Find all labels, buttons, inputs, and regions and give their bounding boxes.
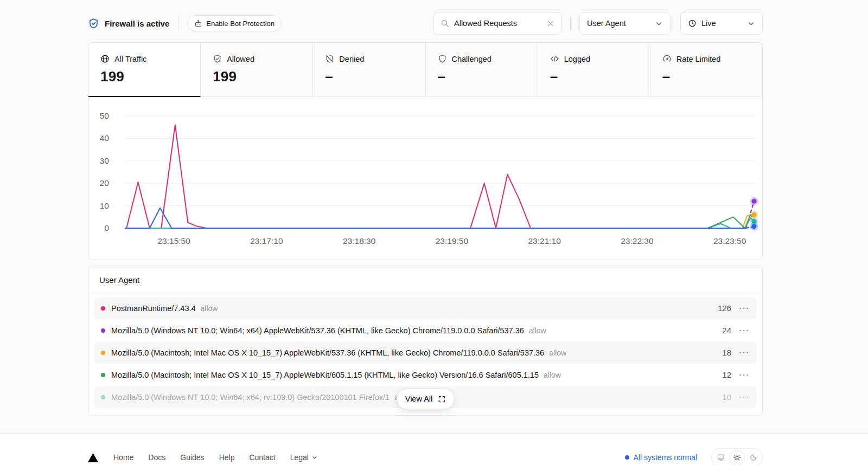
- tab-challenged[interactable]: Challenged –: [426, 43, 538, 97]
- table-row[interactable]: Mozilla/5.0 (Macintosh; Intel Mac OS X 1…: [94, 341, 757, 364]
- group-by-select[interactable]: User Agent: [579, 12, 671, 35]
- tab-label: Denied: [339, 55, 364, 63]
- live-dot-baseline-allowed: [752, 224, 757, 229]
- search-icon: [441, 19, 449, 28]
- action-badge: allow: [201, 304, 218, 313]
- series-color-dot: [101, 395, 105, 399]
- footer-link-legal[interactable]: Legal: [290, 453, 318, 462]
- footer-link-guides[interactable]: Guides: [180, 453, 204, 462]
- gauge-icon: [662, 54, 672, 63]
- footer-links: Home Docs Guides Help Contact Legal: [113, 453, 318, 462]
- row-menu-button[interactable]: ···: [731, 370, 750, 379]
- tab-label: Allowed: [227, 55, 254, 63]
- tab-value: –: [662, 68, 762, 85]
- live-dot-chrome-mac: [752, 212, 757, 217]
- chart-line-safari-mac: [125, 215, 751, 228]
- svg-text:0: 0: [104, 223, 109, 232]
- tab-value: –: [325, 68, 425, 85]
- table-row[interactable]: Mozilla/5.0 (Macintosh; Intel Mac OS X 1…: [94, 364, 757, 386]
- firewall-status: Firewall is active: [88, 18, 169, 29]
- time-range-select[interactable]: Live: [680, 12, 763, 35]
- group-by-value: User Agent: [587, 19, 650, 28]
- table-header: User Agent: [88, 266, 762, 294]
- svg-text:23:15:50: 23:15:50: [157, 236, 190, 246]
- traffic-chart: 5040302010023:15:5023:17:1023:18:3023:19…: [88, 97, 762, 260]
- status-dot: [625, 455, 629, 460]
- shield-icon: [438, 54, 447, 63]
- request-count: 18: [722, 348, 731, 357]
- theme-system-button[interactable]: [713, 450, 729, 465]
- user-agent-value: PostmanRuntime/7.43.4: [111, 304, 196, 313]
- clock-icon: [688, 19, 697, 28]
- svg-text:23:23:50: 23:23:50: [713, 236, 746, 246]
- view-all-label: View All: [405, 395, 433, 403]
- table-row[interactable]: PostmanRuntime/7.43.4allow126···: [94, 297, 757, 319]
- tab-value: –: [438, 68, 538, 85]
- series-color-dot: [101, 373, 105, 377]
- time-range-value: Live: [701, 19, 742, 28]
- svg-text:23:18:30: 23:18:30: [343, 236, 376, 246]
- user-agent-value: Mozilla/5.0 (Macintosh; Intel Mac OS X 1…: [111, 348, 544, 357]
- enable-bot-protection-button[interactable]: Enable Bot Protection: [187, 15, 282, 31]
- row-menu-button[interactable]: ···: [731, 392, 750, 402]
- topbar-divider-2: [570, 16, 571, 30]
- system-status-link[interactable]: All systems normal: [625, 453, 697, 462]
- view-all-button[interactable]: View All: [397, 389, 455, 409]
- svg-text:23:22:30: 23:22:30: [621, 236, 654, 246]
- footer-link-contact[interactable]: Contact: [249, 453, 275, 462]
- tab-logged[interactable]: Logged –: [538, 43, 650, 97]
- search-input[interactable]: [454, 19, 541, 28]
- series-color-dot: [101, 351, 105, 355]
- tab-label: Challenged: [452, 55, 492, 63]
- system-status-label: All systems normal: [634, 453, 697, 462]
- footer-link-docs[interactable]: Docs: [148, 453, 165, 462]
- chart-line-baseline-allowed: [125, 208, 746, 228]
- theme-dark-button[interactable]: [745, 450, 761, 465]
- row-menu-button[interactable]: ···: [731, 348, 750, 357]
- tab-label: All Traffic: [114, 55, 146, 63]
- table-row[interactable]: Mozilla/5.0 (Windows NT 10.0; Win64; x64…: [94, 319, 757, 341]
- bot-icon: [194, 20, 202, 28]
- svg-text:23:19:50: 23:19:50: [436, 236, 469, 246]
- shield-off-icon: [325, 54, 334, 63]
- chevron-down-icon: [747, 20, 755, 28]
- shield-check-icon: [213, 54, 222, 63]
- svg-text:30: 30: [100, 156, 110, 165]
- clear-search-icon[interactable]: [546, 20, 554, 28]
- theme-light-button[interactable]: [729, 450, 745, 465]
- live-dot-chrome-windows: [752, 199, 757, 204]
- tab-all-traffic[interactable]: All Traffic 199: [88, 43, 201, 97]
- chevron-down-icon: [311, 454, 318, 461]
- svg-text:50: 50: [100, 111, 110, 120]
- request-count: 12: [722, 370, 731, 379]
- user-agent-value: Mozilla/5.0 (Windows NT 10.0; Win64; x64…: [111, 393, 390, 402]
- series-color-dot: [101, 306, 105, 311]
- expand-icon: [437, 395, 445, 403]
- tab-value: 199: [213, 68, 312, 85]
- footer: Home Docs Guides Help Contact Legal All …: [0, 433, 868, 465]
- tab-value: 199: [100, 68, 200, 85]
- footer-link-home[interactable]: Home: [113, 453, 133, 462]
- search-box[interactable]: [433, 12, 561, 35]
- tab-label: Logged: [564, 55, 590, 63]
- action-badge: allow: [549, 348, 566, 357]
- topbar: Firewall is active Enable Bot Protection: [88, 12, 763, 35]
- row-menu-button[interactable]: ···: [731, 326, 750, 335]
- user-agent-value: Mozilla/5.0 (Windows NT 10.0; Win64; x64…: [111, 326, 524, 335]
- tab-allowed[interactable]: Allowed 199: [201, 43, 313, 97]
- tab-rate-limited[interactable]: Rate Limited –: [650, 43, 762, 97]
- footer-link-help[interactable]: Help: [219, 453, 235, 462]
- chart-line-postman: [126, 125, 746, 228]
- theme-switcher: [711, 448, 763, 465]
- svg-text:20: 20: [100, 178, 110, 188]
- shield-check-badge-icon: [88, 18, 99, 29]
- tab-value: –: [550, 68, 650, 85]
- row-menu-button[interactable]: ···: [731, 303, 750, 313]
- svg-text:10: 10: [100, 201, 110, 210]
- request-count: 126: [718, 303, 731, 313]
- series-color-dot: [101, 328, 105, 333]
- topbar-divider: [178, 16, 178, 30]
- svg-text:40: 40: [100, 133, 110, 143]
- vercel-logo-icon[interactable]: [88, 453, 98, 462]
- tab-denied[interactable]: Denied –: [313, 43, 425, 97]
